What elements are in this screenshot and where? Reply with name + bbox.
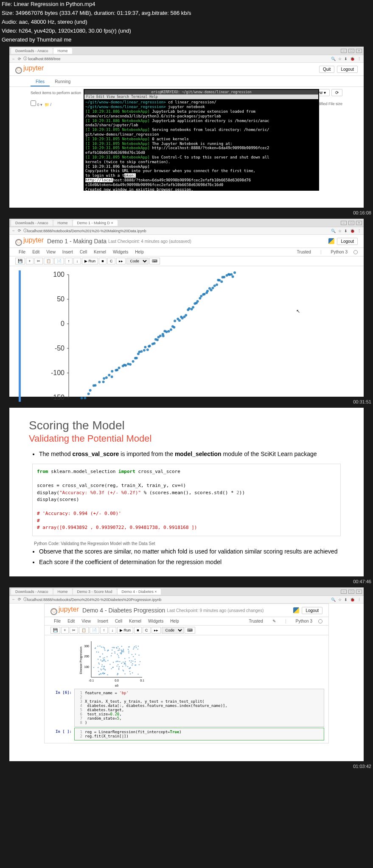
window-close-icon[interactable]: × xyxy=(356,590,362,594)
quit-button[interactable]: Quit xyxy=(319,66,334,73)
browser-tab[interactable]: Downloads - Anaco xyxy=(11,220,53,226)
download-icon[interactable]: ⬇ xyxy=(344,57,348,61)
svg-point-194 xyxy=(100,657,101,657)
toolbar-button[interactable]: 📋 xyxy=(79,627,89,634)
nav-back-icon[interactable]: ← xyxy=(12,57,16,61)
notebook-title[interactable]: Demo 4 - Diabetes Progression xyxy=(82,607,165,614)
star-icon[interactable]: ☆ xyxy=(338,57,342,61)
logout-button[interactable]: Logout xyxy=(337,66,358,73)
window-minimize-icon[interactable]: – xyxy=(341,590,347,594)
browser-tab-home[interactable]: Home xyxy=(53,48,72,54)
menu-kernel[interactable]: Kernel xyxy=(90,249,109,255)
menu-edit[interactable]: Edit xyxy=(64,618,78,624)
menu-kernel[interactable]: Kernel xyxy=(126,618,145,624)
code-cell-active[interactable]: In [ ]: 1reg = LinearRegression(fit_inte… xyxy=(49,728,324,740)
kernel-label[interactable]: Python 3 xyxy=(292,618,316,624)
toolbar-button[interactable]: C xyxy=(143,627,151,634)
toolbar-button[interactable]: ▸▸ xyxy=(116,258,126,264)
address-bar[interactable]: ← ⟳ ⓘ localhost:8888/notebooks/Demo%201%… xyxy=(9,227,364,235)
browser-tab[interactable]: Demo 1 - Making D × xyxy=(73,220,118,226)
toolbar-button[interactable]: ✂ xyxy=(34,258,43,264)
toolbar-button[interactable]: 📄 xyxy=(90,627,99,634)
toolbar-button[interactable]: ■ xyxy=(134,627,142,634)
window-minimize-icon[interactable]: – xyxy=(341,221,347,225)
menu-icon[interactable]: ⋮ xyxy=(357,57,361,61)
slide-title: Scoring the Model xyxy=(29,419,344,432)
toolbar-button[interactable]: ▶ Run xyxy=(117,627,133,634)
logout-button[interactable]: Logout xyxy=(302,607,323,614)
svg-point-221 xyxy=(128,653,129,654)
address-bar[interactable]: ← ⟳ ⓘ localhost:8888/notebooks/Demo%204%… xyxy=(9,596,364,604)
toolbar-button[interactable]: ↓ xyxy=(109,627,116,634)
terminal-window[interactable]: eric@KERRYEXU: ~/git/wnow-demos/linear_r… xyxy=(84,89,319,191)
toolbar-button[interactable]: 📄 xyxy=(54,258,64,264)
tab-running[interactable]: Running xyxy=(50,78,76,86)
menu-help[interactable]: Help xyxy=(167,618,182,624)
address-bar[interactable]: ← ⟳ ⓘ localhost:8888/tree 🔍 ☆ ⬇ 🐞 ⋮ xyxy=(9,55,364,63)
svg-point-196 xyxy=(99,674,100,675)
select-all-checkbox[interactable] xyxy=(31,100,36,106)
window-maximize-icon[interactable]: □ xyxy=(348,590,354,594)
menu-view[interactable]: View xyxy=(43,249,59,255)
command-palette-button[interactable]: ⌨ xyxy=(149,258,160,264)
menu-edit[interactable]: Edit xyxy=(29,249,43,255)
window-minimize-icon[interactable]: – xyxy=(341,49,347,53)
browser-tab-downloads[interactable]: Downloads - Anaco xyxy=(11,48,53,54)
toolbar-button[interactable]: ▶ Run xyxy=(82,258,98,264)
code-input[interactable]: 1reg = LinearRegression(fit_intercept=Tr… xyxy=(74,728,324,740)
window-maximize-icon[interactable]: □ xyxy=(348,221,354,225)
toolbar-button[interactable]: 💾 xyxy=(50,627,60,634)
jupyter-logo[interactable]: jupyter xyxy=(15,236,44,246)
command-palette-button[interactable]: ⌨ xyxy=(185,627,195,634)
toolbar-button[interactable]: C xyxy=(107,258,115,264)
svg-point-54 xyxy=(165,331,168,333)
menu-widgets[interactable]: Widgets xyxy=(145,618,167,624)
toolbar-button[interactable]: ↑ xyxy=(65,258,73,264)
celltype-select[interactable]: Code xyxy=(162,627,184,634)
toolbar-button[interactable]: ↓ xyxy=(73,258,81,264)
toolbar-button[interactable]: ■ xyxy=(99,258,107,264)
refresh-button[interactable]: ⟳ xyxy=(331,89,342,96)
toolbar-button[interactable]: 📋 xyxy=(44,258,53,264)
celltype-select[interactable]: Code xyxy=(126,258,149,264)
url-text[interactable]: localhost:8888/tree xyxy=(28,57,61,61)
menu-file[interactable]: File xyxy=(50,618,64,624)
menu-insert[interactable]: Insert xyxy=(59,249,76,255)
svg-point-165 xyxy=(103,669,104,670)
jupyter-logo[interactable]: jupyter xyxy=(15,64,44,74)
trusted-label[interactable]: Trusted xyxy=(293,249,314,255)
pencil-icon[interactable]: ✎ xyxy=(269,618,279,624)
code-input[interactable]: 1feature_name = 'bp'2 3X_train, X_test, … xyxy=(74,689,324,727)
menu-cell[interactable]: Cell xyxy=(76,249,90,255)
window-close-icon[interactable]: × xyxy=(356,49,362,53)
menu-file[interactable]: File xyxy=(15,249,29,255)
window-maximize-icon[interactable]: □ xyxy=(348,49,354,53)
browser-tab[interactable]: Home xyxy=(53,220,72,226)
trusted-label[interactable]: Trusted xyxy=(245,618,266,624)
toolbar-button[interactable]: ▸▸ xyxy=(151,627,161,634)
logout-button[interactable]: Logout xyxy=(337,238,358,245)
toolbar-button[interactable]: + xyxy=(26,258,34,264)
code-cell-6[interactable]: In [6]: 1feature_name = 'bp'2 3X_train, … xyxy=(49,689,324,727)
window-close-icon[interactable]: × xyxy=(356,221,362,225)
tab-files[interactable]: Files xyxy=(31,78,50,86)
jupyter-logo[interactable]: jupyter xyxy=(50,606,79,615)
svg-point-15 xyxy=(87,393,90,395)
notebook-title[interactable]: Demo 1 - Making Data xyxy=(47,238,107,245)
menu-cell[interactable]: Cell xyxy=(112,618,126,624)
toolbar-button[interactable]: ✂ xyxy=(70,627,78,634)
menu-view[interactable]: View xyxy=(78,618,94,624)
menu-widgets[interactable]: Widgets xyxy=(109,249,132,255)
menu-help[interactable]: Help xyxy=(132,249,147,255)
toolbar-button[interactable]: ↑ xyxy=(100,627,108,634)
kernel-status-icon xyxy=(353,250,358,254)
menu-insert[interactable]: Insert xyxy=(94,618,112,624)
kernel-label[interactable]: Python 3 xyxy=(328,249,351,255)
toolbar-button[interactable]: 💾 xyxy=(15,258,25,264)
reload-icon[interactable]: ⟳ xyxy=(18,57,21,61)
search-icon[interactable]: 🔍 xyxy=(331,57,336,61)
toolbar-button[interactable]: + xyxy=(61,627,69,634)
terminal-menu[interactable]: File Edit View Search Terminal Help xyxy=(84,95,318,99)
svg-point-222 xyxy=(123,649,124,650)
debug-icon[interactable]: 🐞 xyxy=(350,57,355,61)
